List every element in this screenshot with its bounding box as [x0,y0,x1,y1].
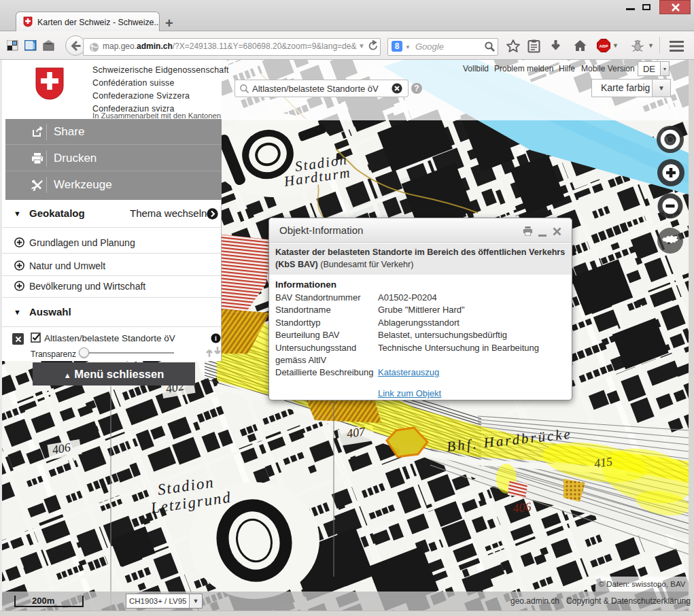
svg-text:415: 415 [593,454,614,470]
svg-text:406: 406 [512,500,532,515]
svg-text:i: i [215,335,217,342]
svg-text:407: 407 [346,424,367,441]
svg-text:ABP: ABP [599,44,608,48]
